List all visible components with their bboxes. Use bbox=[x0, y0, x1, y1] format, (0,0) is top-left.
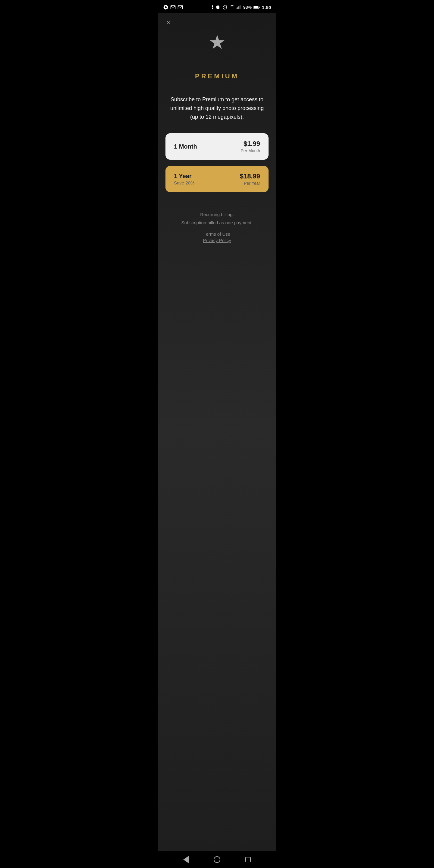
chat-icon bbox=[163, 4, 168, 10]
nav-bar bbox=[158, 851, 276, 868]
time-display: 1:50 bbox=[262, 5, 271, 10]
status-right-icons: 93% 1:50 bbox=[210, 4, 271, 10]
terms-of-use-link[interactable]: Terms of Use bbox=[204, 231, 230, 237]
premium-title: PREMIUM bbox=[195, 72, 239, 80]
yearly-savings: Save 20% bbox=[174, 180, 194, 185]
alarm-icon bbox=[222, 4, 227, 10]
monthly-price: $1.99 bbox=[244, 140, 260, 148]
svg-rect-12 bbox=[241, 5, 241, 9]
monthly-duration: 1 Month bbox=[174, 143, 197, 150]
nav-recent-button[interactable] bbox=[241, 852, 255, 867]
svg-rect-11 bbox=[240, 5, 240, 9]
yearly-period: Per Year bbox=[244, 181, 260, 186]
yearly-plan-right: $18.99 Per Year bbox=[240, 173, 260, 186]
star-icon: ★ bbox=[209, 31, 226, 53]
billing-line1: Recurring billing. bbox=[181, 210, 253, 218]
nav-back-button[interactable] bbox=[179, 852, 193, 867]
monthly-plan-right: $1.99 Per Month bbox=[241, 140, 260, 153]
recent-icon bbox=[245, 857, 251, 862]
privacy-policy-link[interactable]: Privacy Policy bbox=[203, 238, 231, 243]
svg-rect-14 bbox=[254, 6, 258, 8]
wifi-icon bbox=[229, 5, 235, 9]
back-icon bbox=[183, 856, 189, 863]
nav-home-button[interactable] bbox=[210, 852, 224, 867]
svg-rect-6 bbox=[220, 6, 220, 8]
svg-rect-8 bbox=[237, 8, 237, 9]
battery-icon bbox=[253, 5, 260, 9]
yearly-plan-card[interactable]: 1 Year Save 20% $18.99 Per Year bbox=[165, 166, 269, 192]
close-button[interactable]: × bbox=[165, 18, 172, 27]
links-section: Terms of Use Privacy Policy bbox=[203, 231, 231, 243]
gmail-icon-1 bbox=[170, 4, 176, 10]
yearly-duration: 1 Year bbox=[174, 173, 194, 180]
signal-icon bbox=[237, 5, 241, 9]
svg-rect-15 bbox=[259, 7, 260, 7]
svg-rect-4 bbox=[217, 5, 219, 9]
bluetooth-icon bbox=[210, 4, 214, 10]
svg-rect-10 bbox=[239, 6, 239, 9]
yearly-plan-left: 1 Year Save 20% bbox=[174, 173, 194, 185]
main-content: × ★ PREMIUM Subscribe to Premium to get … bbox=[158, 13, 276, 851]
svg-rect-5 bbox=[216, 6, 217, 8]
gmail-icon-2 bbox=[178, 4, 183, 10]
billing-line2: Subscription billed as one payment. bbox=[181, 218, 253, 227]
status-left-icons bbox=[163, 4, 183, 10]
status-bar: 93% 1:50 bbox=[158, 0, 276, 13]
description-text: Subscribe to Premium to get access to un… bbox=[169, 95, 265, 121]
home-icon bbox=[214, 856, 220, 863]
svg-rect-9 bbox=[238, 7, 238, 9]
billing-info: Recurring billing. Subscription billed a… bbox=[181, 210, 253, 227]
battery-percent: 93% bbox=[243, 5, 252, 10]
monthly-plan-card[interactable]: 1 Month $1.99 Per Month bbox=[165, 133, 269, 160]
svg-point-1 bbox=[165, 6, 167, 8]
yearly-price: $18.99 bbox=[240, 173, 260, 180]
monthly-period: Per Month bbox=[241, 148, 260, 153]
vibrate-icon bbox=[216, 4, 220, 10]
star-container: ★ bbox=[209, 33, 226, 52]
monthly-plan-left: 1 Month bbox=[174, 143, 197, 150]
